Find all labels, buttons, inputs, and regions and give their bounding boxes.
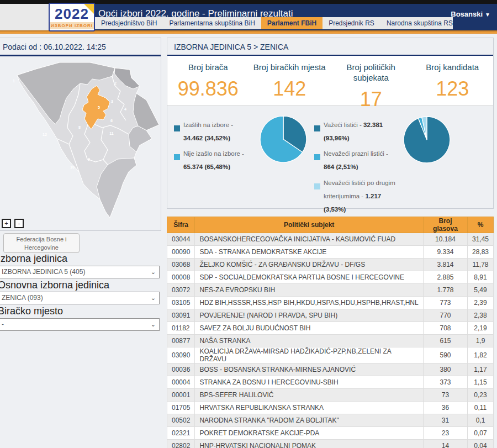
cell-percent: 0,1 <box>467 414 493 427</box>
data-timestamp: Podaci od : 06.10.2022. 14:25 <box>0 38 161 56</box>
main-nav: Predsjedništvo BiHParlamentarna skupštin… <box>95 17 453 29</box>
nav-tab[interactable]: Predsjednik RS <box>322 17 380 29</box>
cell-percent: 2,38 <box>467 309 493 322</box>
cell-percent: 0,04 <box>467 440 493 448</box>
cell-votes: 10.184 <box>423 233 467 246</box>
cell-party: SAVEZ ZA BOLJU BUDUĆNOST BIH <box>195 322 424 335</box>
cell-party: HNP-HRVATSKI NACIONALNI POMAK <box>195 440 424 448</box>
legend-item: Nevažeći prazni listići - 864 (2,51%) <box>314 147 397 173</box>
map-region-east-mid[interactable] <box>129 126 152 152</box>
stat-label: Broj birača <box>167 62 249 73</box>
cell-percent: 11,78 <box>467 259 493 271</box>
map-unit-number: 3 <box>111 99 113 103</box>
cell-votes: 36 <box>423 402 467 414</box>
bih-map: 12346811129105 <box>0 57 161 223</box>
table-row: 03044BOSANSKOHERCEGOVAČKA INICIJATIVA - … <box>167 233 494 246</box>
table-column-header: % <box>467 217 493 233</box>
legend-swatch <box>174 125 180 131</box>
table-row: 03105HDZ BIH,HSSSR,HSS,HSP BIH,HKDU,HSPA… <box>167 297 494 309</box>
map-zoom-out-button[interactable]: - <box>14 219 24 228</box>
legend-swatch <box>314 125 320 131</box>
flag-corner-icon <box>84 4 94 14</box>
table-row: 00090SDA - STRANKA DEMOKRATSKE AKCIJE9.3… <box>167 246 494 259</box>
cell-party: POVJERENJE! (NAROD I PRAVDA, SPU BIH) <box>195 309 424 322</box>
cell-code: 03090 <box>167 347 195 363</box>
osnovna-izborna-jedinica-select[interactable]: ZENICA (093)⌄ <box>0 292 160 304</box>
cell-votes: 590 <box>423 347 467 363</box>
legend-item: Nije izašlo na izbore - 65.374 (65,48%) <box>174 147 251 173</box>
cell-party: POKRET DEMOKRATSKE AKCIJE-PDA <box>195 427 424 440</box>
cell-votes: 14 <box>423 440 467 448</box>
cell-party: BOSS - BOSANSKA STRANKA-MIRNES AJANOVIĆ <box>195 363 424 376</box>
cell-code: 00877 <box>167 335 195 347</box>
cell-code: 00036 <box>167 363 195 376</box>
entity-button[interactable]: Federacija Bosne i Hercegovine <box>3 233 80 253</box>
selected-value: - <box>2 320 4 328</box>
nav-tab[interactable]: Predsjedništvo BiH <box>95 17 163 29</box>
cell-votes: 23 <box>423 427 467 440</box>
cell-votes: 373 <box>423 376 467 389</box>
table-row: 00502NARODNA STRANKA "RADOM ZA BOLJITAK"… <box>167 414 494 427</box>
cell-percent: 1,82 <box>467 347 493 363</box>
cell-percent: 1,17 <box>467 363 493 376</box>
cell-code: 03044 <box>167 233 195 246</box>
turnout-pie-chart <box>259 115 308 164</box>
cell-percent: 0,23 <box>467 389 493 402</box>
table-column-header: Politički subjekt <box>195 217 424 233</box>
chevron-down-icon: ⌄ <box>151 319 156 330</box>
cell-percent: 31,45 <box>467 233 493 246</box>
table-row: 03072NES-ZA EVROPSKU BIH1.7785,49 <box>167 284 494 297</box>
selected-value: ZENICA (093) <box>2 294 43 302</box>
election-logo: 2022 ИЗБОРИ IZBORI <box>49 3 95 31</box>
table-row: 00036BOSS - BOSANSKA STRANKA-MIRNES AJAN… <box>167 363 494 376</box>
cell-percent: 1,9 <box>467 335 493 347</box>
cell-party: HRVATSKA REPUBLIKANSKA STRANKA <box>195 402 424 414</box>
cell-code: 00001 <box>167 389 195 402</box>
cell-percent: 2,19 <box>467 322 493 335</box>
cell-code: 01705 <box>167 402 195 414</box>
cell-votes: 770 <box>423 309 467 322</box>
map-zoom-in-button[interactable]: + <box>2 219 11 228</box>
results-table: ŠifraPolitički subjektBroj glasova% 0304… <box>167 217 494 448</box>
map-unit-number: 11 <box>109 131 114 135</box>
table-column-header: Broj glasova <box>423 217 467 233</box>
cell-code: 03068 <box>167 259 195 271</box>
cell-party: BPS-SEFER HALILOVIĆ <box>195 389 424 402</box>
stat-value: 123 <box>412 77 494 101</box>
chevron-down-icon: ⌄ <box>151 266 156 278</box>
stat-card: Broj birača99.836 <box>167 56 249 105</box>
table-row: 00004STRANKA ZA BOSNU I HERCEGOVINU-SBIH… <box>167 376 494 389</box>
nav-tab[interactable]: Parlamentarna skupština BiH <box>163 17 261 29</box>
table-row: 02802HNP-HRVATSKI NACIONALNI POMAK140,04 <box>167 440 494 448</box>
stats-row: Broj birača99.836Broj biračkih mjesta142… <box>167 56 493 106</box>
cell-code: 00004 <box>167 376 195 389</box>
table-row: 00008SDP - SOCIJALDEMOKRATSKA PARTIJA BO… <box>167 271 494 284</box>
stat-label: Broj kandidata <box>412 62 494 73</box>
map-unit-number: 5 <box>98 106 100 109</box>
selected-value: IZBORNA JEDINICA 5 (405) <box>2 268 85 276</box>
map-unit-number: 4 <box>124 107 126 111</box>
filter-label-biracko-mjesto: Biračko mjesto <box>0 305 63 317</box>
nav-tab[interactable]: Skupštine kantona u FBiH <box>459 17 497 29</box>
cell-party: SDP - SOCIJALDEMOKRATSKA PARTIJA BOSNE I… <box>195 271 424 284</box>
logo-caption: ИЗБОРИ IZBORI <box>50 22 94 29</box>
legend-item: Važeći listići - 32.381 (93,96%) <box>314 118 397 145</box>
stat-label: Broj biračkih mjesta <box>249 62 331 73</box>
legend-swatch <box>174 154 180 160</box>
filter-label-osnovna-izborna-jedinica: Osnovna izborna jedinica <box>0 280 109 291</box>
turnout-legend: Izašlih na izbore - 34.462 (34,52%)Nije … <box>174 118 251 176</box>
filter-label-izborna-jedinica: Izborna jedinica <box>0 253 67 265</box>
legend-text: Nevažeći listići po drugim kriterijumima… <box>324 176 397 216</box>
cell-votes: 31 <box>423 414 467 427</box>
biracko-mjesto-select[interactable]: -⌄ <box>0 318 160 331</box>
cell-party: SDA - STRANKA DEMOKRATSKE AKCIJE <box>195 246 424 259</box>
stat-value: 142 <box>249 77 331 101</box>
izborna-jedinica-select[interactable]: IZBORNA JEDINICA 5 (405)⌄ <box>0 266 160 278</box>
cell-code: 03091 <box>167 309 195 322</box>
map-unit-number: 2 <box>114 81 117 85</box>
stat-card: Broj kandidata123 <box>412 56 494 105</box>
cell-percent: 2,39 <box>467 297 493 309</box>
nav-tab[interactable]: Parlament FBiH <box>261 17 322 29</box>
stat-value: 99.836 <box>167 77 249 101</box>
nav-tab[interactable]: Narodna skupština RS <box>380 17 459 29</box>
